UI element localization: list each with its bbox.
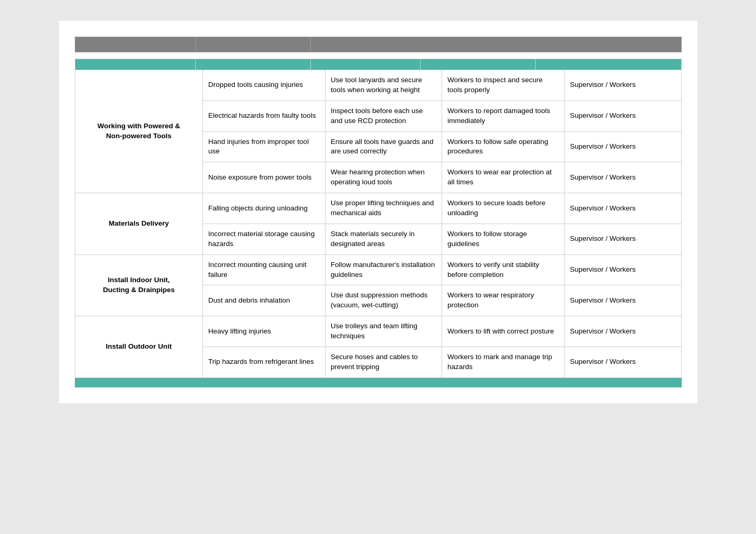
measure-cell: Follow manufacturer's installation guide… [325,254,442,285]
responsible-cell: Supervisor / Workers [565,131,681,162]
table-row: Install Indoor Unit,Ducting & Drainpipes… [75,254,681,285]
implement-cell: Workers to wear ear protection at all ti… [442,162,565,193]
task-cell: Install Indoor Unit,Ducting & Drainpipes [75,254,203,316]
implement-cell: Workers to lift with correct posture [442,316,565,347]
responsible-cell: Supervisor / Workers [565,193,681,224]
implement-cell: Workers to report damaged tools immediat… [442,101,565,131]
responsible-cell: Supervisor / Workers [565,316,681,347]
task-cell: Install Outdoor Unit [75,316,203,378]
main-table: Working with Powered &Non-powered ToolsD… [75,70,682,378]
measure-cell: Secure hoses and cables to prevent tripp… [325,347,442,378]
responsible-cell: Supervisor / Workers [565,347,681,378]
measure-cell: Use proper lifting techniques and mechan… [325,193,442,224]
hazard-cell: Heavy lifting injuries [203,316,325,347]
sub-header [75,59,682,70]
hazard-cell: Dropped tools causing injuries [203,70,325,101]
task-cell: Materials Delivery [75,193,203,255]
implement-cell: Workers to wear respiratory protection [442,285,565,316]
task-cell: Working with Powered &Non-powered Tools [75,70,203,193]
hazard-cell: Dust and debris inhalation [203,285,325,316]
sub-header-col1 [75,59,196,70]
responsible-cell: Supervisor / Workers [565,162,681,193]
sub-header-col5 [536,59,646,70]
sub-header-col4 [421,59,536,70]
top-header-col2 [196,37,311,52]
table-row: Working with Powered &Non-powered ToolsD… [75,70,681,101]
responsible-cell: Supervisor / Workers [565,101,681,131]
measure-cell: Use trolleys and team lifting techniques [325,316,442,347]
hazard-cell: Falling objects during unloading [203,193,325,224]
hazard-cell: Incorrect material storage causing hazar… [203,224,325,254]
sub-header-col2 [196,59,311,70]
implement-cell: Workers to follow safe operating procedu… [442,131,565,162]
top-header-col1 [75,37,196,52]
hazard-cell: Noise exposure from power tools [203,162,325,193]
measure-cell: Ensure all tools have guards and are use… [325,131,442,162]
measure-cell: Stack materials securely in designated a… [325,224,442,254]
responsible-cell: Supervisor / Workers [565,285,681,316]
implement-cell: Workers to follow storage guidelines [442,224,565,254]
table-row: Install Outdoor UnitHeavy lifting injuri… [75,316,681,347]
responsible-cell: Supervisor / Workers [565,70,681,101]
measure-cell: Use dust suppression methods (vacuum, we… [325,285,442,316]
measure-cell: Use tool lanyards and secure tools when … [325,70,442,101]
measure-cell: Inspect tools before each use and use RC… [325,101,442,131]
sub-header-col3 [311,59,421,70]
teal-bottom-bar [75,378,682,387]
responsible-cell: Supervisor / Workers [565,254,681,285]
page-wrapper: Working with Powered &Non-powered ToolsD… [59,21,697,403]
implement-cell: Workers to secure loads before unloading [442,193,565,224]
top-header-col3 [311,37,681,52]
table-row: Materials DeliveryFalling objects during… [75,193,681,224]
implement-cell: Workers to inspect and secure tools prop… [442,70,565,101]
hazard-cell: Electrical hazards from faulty tools [203,101,325,131]
measure-cell: Wear hearing protection when operating l… [325,162,442,193]
implement-cell: Workers to mark and manage trip hazards [442,347,565,378]
hazard-cell: Incorrect mounting causing unit failure [203,254,325,285]
hazard-cell: Hand injuries from improper tool use [203,131,325,162]
hazard-cell: Trip hazards from refrigerant lines [203,347,325,378]
implement-cell: Workers to verify unit stability before … [442,254,565,285]
responsible-cell: Supervisor / Workers [565,224,681,254]
top-header [75,37,682,52]
